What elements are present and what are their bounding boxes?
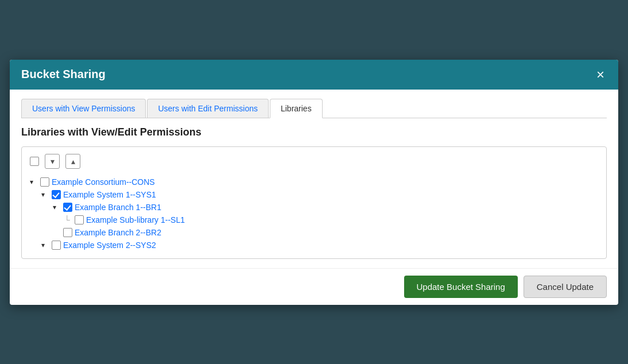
tree-row: ▾ Example System 1--SYS1 xyxy=(41,188,598,201)
label-consortium[interactable]: Example Consortium--CONS xyxy=(52,177,155,187)
tab-libraries[interactable]: Libraries xyxy=(270,99,323,118)
modal-header: Bucket Sharing × xyxy=(10,60,618,90)
update-bucket-sharing-button[interactable]: Update Bucket Sharing xyxy=(404,276,518,298)
toggle-sys2[interactable]: ▾ xyxy=(41,241,49,249)
tabs-container: Users with View Permissions Users with E… xyxy=(21,99,607,118)
toggle-br1[interactable]: ▾ xyxy=(53,203,61,211)
checkbox-sys2[interactable] xyxy=(52,241,61,250)
label-br1[interactable]: Example Branch 1--BR1 xyxy=(75,203,161,212)
tree-row: └ Example Sub-library 1--SL1 xyxy=(64,214,598,226)
checkbox-br2[interactable] xyxy=(63,228,72,237)
modal-title: Bucket Sharing xyxy=(21,68,106,81)
checkbox-br1[interactable] xyxy=(63,203,72,212)
chevron-down-icon: ▾ xyxy=(51,157,55,166)
checkbox-consortium[interactable] xyxy=(40,177,49,187)
label-sys1[interactable]: Example System 1--SYS1 xyxy=(63,190,156,199)
tree-row: ▾ Example System 2--SYS2 xyxy=(41,239,598,251)
modal-body: Users with View Permissions Users with E… xyxy=(10,90,618,268)
expand-all-button[interactable]: ▾ xyxy=(45,154,60,169)
chevron-up-icon: ▴ xyxy=(71,157,75,166)
collapse-all-button[interactable]: ▴ xyxy=(65,154,80,169)
tree-row: Example Branch 2--BR2 xyxy=(53,226,598,239)
modal-close-button[interactable]: × xyxy=(594,68,607,82)
connector-sl1: └ xyxy=(64,215,72,224)
tab-edit-permissions[interactable]: Users with Edit Permissions xyxy=(147,99,269,118)
checkbox-sys1[interactable] xyxy=(52,190,61,199)
select-all-checkbox[interactable] xyxy=(30,157,39,166)
tree-container: ▾ ▴ ▾ Example Consortium--CONS ▾ Example… xyxy=(21,146,607,259)
section-title: Libraries with View/Edit Permissions xyxy=(21,126,607,138)
label-sl1[interactable]: Example Sub-library 1--SL1 xyxy=(86,215,185,224)
toggle-consortium[interactable]: ▾ xyxy=(30,178,38,186)
tree-row: ▾ Example Consortium--CONS xyxy=(30,176,598,188)
checkbox-sl1[interactable] xyxy=(75,215,84,224)
tree-controls: ▾ ▴ xyxy=(30,154,598,169)
modal-dialog: Bucket Sharing × Users with View Permiss… xyxy=(10,60,618,305)
toggle-sys1[interactable]: ▾ xyxy=(41,191,49,199)
modal-footer: Update Bucket Sharing Cancel Update xyxy=(10,268,618,305)
label-br2[interactable]: Example Branch 2--BR2 xyxy=(75,228,161,237)
label-sys2[interactable]: Example System 2--SYS2 xyxy=(63,241,156,250)
cancel-update-button[interactable]: Cancel Update xyxy=(524,276,607,298)
tab-view-permissions[interactable]: Users with View Permissions xyxy=(21,99,146,118)
tree-row: ▾ Example Branch 1--BR1 xyxy=(53,201,598,214)
